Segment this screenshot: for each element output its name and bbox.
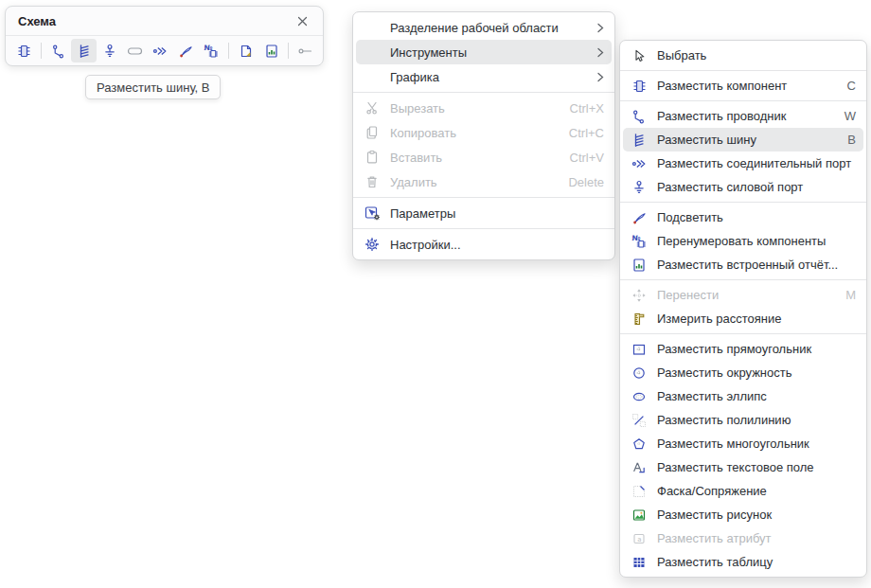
table-icon [631,555,648,570]
parameters-icon [364,205,381,221]
highlight-pen-icon [631,210,648,225]
schema-panel-titlebar[interactable]: Схема [6,7,323,36]
schema-panel: Схема № [5,6,324,66]
toolbar-net-label-button[interactable] [122,39,148,62]
chevron-right-icon [597,72,604,82]
menu-item-split-workspace[interactable]: Разделение рабочей области [356,15,612,40]
picture-icon [631,508,648,523]
attribute-icon: a [631,531,648,546]
submenu-item-place-power-port[interactable]: Разместить силовой порт [623,175,863,199]
submenu-item-chamfer-fillet[interactable]: Фаска/Сопряжение [623,479,863,503]
copy-icon [364,125,381,140]
polyline-icon [631,413,648,428]
submenu-item-place-polygon[interactable]: Разместить многоугольник [623,432,863,455]
ruler-icon [631,312,648,327]
submenu-item-select[interactable]: Выбрать [623,44,863,67]
menu-item-shortcut: C [847,79,856,93]
menu-item-label: Графика [390,70,584,84]
menu-item-label: Измерить расстояние [657,312,856,326]
menu-separator [620,202,866,203]
menu-item-graphics[interactable]: Графика [356,64,612,89]
menu-separator [620,70,866,71]
submenu-item-place-picture[interactable]: Разместить рисунок [623,503,863,526]
paste-icon [364,150,381,165]
cut-icon [364,100,381,116]
menu-item-shortcut: Ctrl+V [570,151,604,165]
menu-item-label: Разместить встроенный отчёт... [657,258,856,272]
menu-item-label: Разместить полилинию [657,413,856,427]
toolbar-measure-button[interactable] [293,39,318,62]
chamfer-icon [631,484,648,499]
toolbar-highlight-button[interactable] [173,39,199,62]
submenu-item-place-wire[interactable]: Разместить проводник W [623,104,863,128]
submenu-item-measure-distance[interactable]: Измерить расстояние [623,307,863,330]
submenu-item-place-attribute: a Разместить атрибут [623,526,863,550]
context-menu: Разделение рабочей области Инструменты Г… [352,11,615,260]
menu-item-label: Разместить шину [657,133,834,147]
power-port-icon [631,180,648,195]
report-icon [631,258,648,273]
toolbar-embedded-report-button[interactable] [258,39,284,62]
gear-icon [364,237,381,252]
menu-item-label: Разместить окружность [657,365,856,380]
panel-title: Схема [18,14,56,28]
submenu-item-place-bus[interactable]: Разместить шину B [623,128,863,151]
menu-item-settings[interactable]: Настройки... [356,232,612,257]
menu-item-label: Перенести [657,288,832,302]
menu-item-tools[interactable]: Инструменты [356,40,612,64]
menu-item-label: Разделение рабочей области [390,21,584,35]
tools-submenu: Выбрать Разместить компонент C Разместит… [619,40,867,578]
connection-port-icon [631,156,648,171]
toolbar-place-wire-button[interactable] [45,39,71,62]
menu-item-label: Вырезать [390,101,557,116]
chevron-right-icon [597,23,604,33]
menu-item-label: Разместить рисунок [657,508,856,522]
menu-item-copy: Копировать Ctrl+C [356,120,612,145]
toolbar-place-connection-port-button[interactable] [148,39,173,62]
toolbar-place-power-port-button[interactable] [97,39,122,62]
menu-item-label: Удалить [390,175,555,189]
menu-item-shortcut: Ctrl+C [569,126,604,140]
ellipse-icon [631,389,648,404]
menu-item-label: Разместить проводник [657,109,831,123]
menu-item-label: Разместить таблицу [657,555,856,569]
menu-item-paste: Вставить Ctrl+V [356,145,612,169]
menu-item-delete: Удалить Delete [356,169,612,194]
menu-item-label: Параметры [390,206,604,221]
submenu-item-place-circle[interactable]: Разместить окружность [623,361,863,384]
menu-item-shortcut: W [844,109,856,123]
submenu-item-place-embedded-report[interactable]: Разместить встроенный отчёт... [623,253,863,276]
menu-item-parameters[interactable]: Параметры [356,201,612,225]
menu-item-label: Фаска/Сопряжение [657,484,856,498]
polygon-icon [631,437,648,452]
toolbar-separator [41,43,42,59]
menu-item-label: Копировать [390,126,556,140]
submenu-item-renumber-components[interactable]: № Перенумеровать компоненты [623,229,863,253]
submenu-item-place-rectangle[interactable]: Разместить прямоугольник [623,337,863,361]
submenu-item-place-text-field[interactable]: Разместить текстовое поле [623,455,863,479]
submenu-item-highlight[interactable]: Подсветить [623,205,863,229]
menu-item-label: Разместить многоугольник [657,437,856,451]
toolbar-renumber-components-button[interactable]: № [199,39,224,62]
toolbar-place-component-button[interactable] [11,39,37,62]
toolbar-separator [288,43,289,59]
submenu-item-place-table[interactable]: Разместить таблицу [623,550,863,574]
toolbar-document-button[interactable] [233,39,258,62]
menu-item-label: Подсветить [657,210,856,224]
close-icon[interactable] [293,12,311,29]
schema-toolbar: № [6,36,323,65]
menu-item-label: Разместить текстовое поле [657,460,856,474]
submenu-item-place-component[interactable]: Разместить компонент C [623,74,863,98]
menu-item-shortcut: B [847,133,856,147]
menu-separator [353,228,614,229]
submenu-item-place-connection-port[interactable]: Разместить соединительный порт [623,151,863,175]
menu-separator [353,92,614,93]
menu-item-label: Разместить силовой порт [657,180,856,194]
menu-separator [620,100,866,101]
submenu-item-place-polyline[interactable]: Разместить полилинию [623,408,863,432]
menu-separator [353,197,614,198]
move-icon [631,288,648,303]
submenu-item-place-ellipse[interactable]: Разместить эллипс [623,384,863,408]
svg-text:a: a [637,535,641,543]
toolbar-place-bus-button[interactable] [71,39,97,62]
